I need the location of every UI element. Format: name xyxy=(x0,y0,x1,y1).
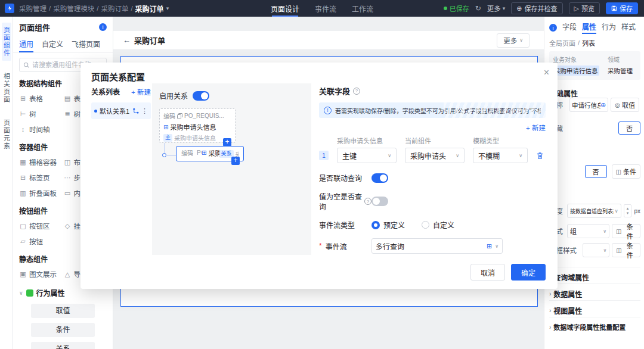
component-item-tree[interactable]: ⊢树 xyxy=(19,107,63,120)
height-select[interactable]: 按数据自适应列表高度 ∨ xyxy=(567,204,621,218)
right-panel: i 字段 属性 行为 样式 全局页面 / 列表 业务对象 领域 采购申请行信息 … xyxy=(544,17,644,349)
tab-fields[interactable]: 字段 xyxy=(562,21,577,34)
component-item-tabs[interactable]: ⊟标签页 xyxy=(19,171,63,184)
connector-line xyxy=(167,155,176,155)
breadcrumb-current[interactable]: 采购订单 xyxy=(135,4,164,14)
behavior-item-get-value[interactable]: 取值 xyxy=(31,304,95,318)
more-vert-icon[interactable]: ⋮ xyxy=(141,107,148,115)
component-item-collapse[interactable]: ▥折叠面板 xyxy=(19,186,63,200)
field-select[interactable]: 主键 ∨ xyxy=(337,148,397,163)
section-data-properties[interactable]: › 数据属性 xyxy=(549,283,640,299)
new-relation-button[interactable]: + 新建 xyxy=(131,87,151,96)
timeline-icon: ↕ xyxy=(19,126,27,133)
empty-query-toggle[interactable] xyxy=(371,197,388,206)
tab-event-flow[interactable]: 事件流 xyxy=(315,0,336,17)
border-style-select[interactable]: ∨ xyxy=(583,243,609,257)
copy-icon[interactable] xyxy=(177,113,182,119)
save-check-button[interactable]: ⊕ 保存并检查 xyxy=(511,2,562,14)
more-menu[interactable]: 更多 ▾ xyxy=(487,4,506,13)
name-row: 名称 ⊕ ◎ 取值 xyxy=(549,98,640,112)
condition-value-button[interactable]: 否 xyxy=(585,165,607,178)
height-stepper[interactable]: ▴ ▾ xyxy=(624,204,632,217)
style-condition-button[interactable]: ◫ 条件 xyxy=(612,224,640,238)
behavior-item-condition[interactable]: 条件 xyxy=(31,323,95,337)
help-icon[interactable]: ? xyxy=(353,88,360,95)
step-up-icon[interactable]: ▴ xyxy=(627,206,629,211)
bind-icon[interactable]: ⊕ xyxy=(600,101,606,109)
component-item-image-text[interactable]: ▣图文展示 xyxy=(19,267,63,281)
tab-style[interactable]: 样式 xyxy=(621,21,636,34)
section-query-domain[interactable]: › 查询域属性 xyxy=(549,267,640,282)
strip-tab-page-elements[interactable]: 页面元素 xyxy=(2,116,11,154)
image-text-icon: ▣ xyxy=(19,270,27,278)
component-item-table[interactable]: ⊞表格 xyxy=(19,92,63,105)
add-node-button[interactable]: + xyxy=(231,157,240,165)
tab-behavior[interactable]: 行为 xyxy=(602,21,616,34)
breadcrumb-item[interactable]: 采购管理 xyxy=(19,4,47,13)
help-icon[interactable]: ? xyxy=(364,198,371,205)
relation-list-panel: 关系列表 + 新建 默认关系1 ⋮ xyxy=(91,86,151,119)
tab-page-design[interactable]: 页面设计 xyxy=(271,0,299,17)
section-view-properties[interactable]: › 视图属性 xyxy=(549,300,640,316)
app-logo[interactable] xyxy=(5,4,14,13)
layout-icon: ◫ xyxy=(64,158,72,166)
tab-properties[interactable]: 属性 xyxy=(582,21,596,34)
chevron-down-icon[interactable]: ▾ xyxy=(166,5,169,11)
breadcrumb-item[interactable]: 采购订单 xyxy=(101,4,128,13)
breadcrumb-item[interactable]: 采购管理模块 xyxy=(53,4,94,13)
breadcrumb-item[interactable]: 全局页面 xyxy=(549,38,575,48)
add-node-button[interactable]: + xyxy=(223,138,231,147)
event-flow-input[interactable]: 多行查询 ⊞ ∨ xyxy=(371,238,503,254)
name-input-wrap: ⊕ xyxy=(569,98,608,112)
preview-button[interactable]: ▷ 预览 xyxy=(569,2,600,14)
close-icon[interactable]: × xyxy=(544,67,549,78)
name-input[interactable] xyxy=(572,101,600,108)
relation-list-item[interactable]: 默认关系1 ⋮ xyxy=(91,102,151,119)
get-value-button[interactable]: ◎ 取值 xyxy=(611,98,639,112)
event-type-row: 事件流类型 预定义 自定义 xyxy=(319,220,546,230)
component-item-button-area[interactable]: ▢按钮区 xyxy=(19,219,63,232)
section-basic-properties[interactable]: 基础属性 xyxy=(549,83,640,98)
section-field-batch-config[interactable]: › 数据域字段属性批量配置 xyxy=(549,317,640,332)
radio-custom[interactable]: 自定义 xyxy=(422,220,454,230)
empty-query-label: 值为空是否查询 ? xyxy=(319,191,371,211)
object-value[interactable]: 采购申请行信息 xyxy=(553,66,599,76)
style-select[interactable]: 组 ∨ xyxy=(567,224,609,238)
canvas-more-button[interactable]: 更多 ∨ xyxy=(497,33,530,48)
component-item-button[interactable]: ▱按钮 xyxy=(19,235,63,248)
node-header-object[interactable]: 编码 PO_REQUIS... ⊞ 采购申请头信息 主 采购申请头信息 + xyxy=(159,108,236,143)
branch-icon[interactable] xyxy=(132,108,139,114)
condition-button[interactable]: ◫ 条件 xyxy=(612,164,640,179)
component-item-grid-container[interactable]: ▦栅格容器 xyxy=(19,155,63,169)
delete-row-icon[interactable] xyxy=(536,152,544,160)
tab-custom[interactable]: 自定义 xyxy=(42,36,63,52)
strip-tab-page-components[interactable]: 页面组件 xyxy=(2,23,11,61)
condition-icon: ◫ xyxy=(616,169,621,175)
border-condition-button[interactable]: ◫ 条件 xyxy=(612,243,640,257)
save-button[interactable]: 保存 xyxy=(606,2,638,14)
node-code: PO_REQUIS... xyxy=(184,113,224,119)
back-button[interactable]: ← 采购订单 xyxy=(123,35,165,46)
cancel-button[interactable]: 取消 xyxy=(470,264,505,281)
tab-workflow[interactable]: 工作流 xyxy=(352,0,373,17)
step-down-icon[interactable]: ▾ xyxy=(627,211,629,216)
component-select[interactable]: 采购申请头 ∨ xyxy=(405,148,465,163)
hide-value-button[interactable]: 否 xyxy=(618,121,640,135)
fuzzy-type-select[interactable]: 不模糊 ∨ xyxy=(473,148,528,163)
strip-tab-related-pages[interactable]: 相关页面 xyxy=(2,69,11,107)
linked-query-toggle[interactable] xyxy=(371,173,388,183)
behavior-item-relation[interactable]: 关系 xyxy=(31,342,95,349)
tab-feida-page[interactable]: 飞搭页面 xyxy=(72,36,100,52)
component-item-timeline[interactable]: ↕时间轴 xyxy=(19,123,63,136)
node-line-object[interactable]: 编码 PO_REQUIS... ⊞ 采购申请行信息 关系 采购申请行信息 + xyxy=(176,146,244,161)
refresh-icon[interactable]: ↻ xyxy=(475,4,481,13)
flow-icon[interactable]: ⊞ xyxy=(487,242,492,250)
confirm-button[interactable]: 确定 xyxy=(511,264,546,281)
tab-general[interactable]: 通用 xyxy=(19,36,33,52)
radio-predefined[interactable]: 预定义 xyxy=(371,220,405,230)
info-icon[interactable]: i xyxy=(549,24,557,32)
new-field-button[interactable]: + 新建 xyxy=(526,124,546,132)
chevron-down-icon[interactable]: ∨ xyxy=(495,244,499,249)
info-icon[interactable]: i xyxy=(99,23,107,31)
enable-relation-toggle[interactable] xyxy=(193,91,209,101)
